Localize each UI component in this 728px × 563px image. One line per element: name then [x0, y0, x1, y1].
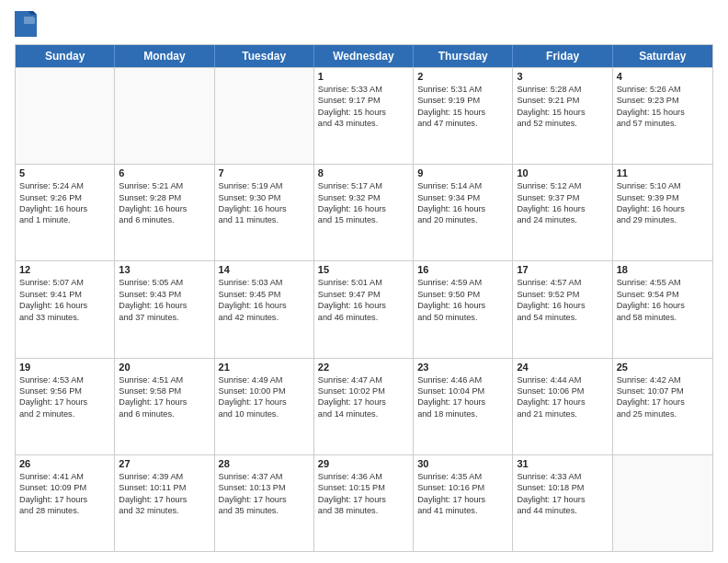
day-number: 1: [318, 71, 409, 82]
day-number: 31: [517, 458, 608, 469]
day-number: 12: [19, 264, 110, 275]
daylight-text2: and 6 minutes.: [119, 214, 210, 225]
sunrise-text: Sunrise: 5:19 AM: [219, 180, 310, 191]
sunrise-text: Sunrise: 5:03 AM: [219, 277, 310, 288]
cal-cell: 20Sunrise: 4:51 AMSunset: 9:58 PMDayligh…: [115, 359, 214, 454]
daylight-text: Daylight: 15 hours: [318, 107, 409, 118]
cal-cell: 25Sunrise: 4:42 AMSunset: 10:07 PMDaylig…: [613, 359, 712, 454]
cal-row-1: 5Sunrise: 5:24 AMSunset: 9:26 PMDaylight…: [16, 164, 712, 260]
daylight-text: Daylight: 16 hours: [219, 300, 310, 311]
sunrise-text: Sunrise: 5:26 AM: [617, 84, 709, 95]
day-number: 17: [517, 264, 608, 275]
sunset-text: Sunset: 10:04 PM: [417, 385, 508, 396]
daylight-text: Daylight: 15 hours: [417, 107, 508, 118]
daylight-text2: and 47 minutes.: [417, 118, 508, 129]
daylight-text: Daylight: 16 hours: [417, 300, 508, 311]
daylight-text2: and 15 minutes.: [318, 214, 409, 225]
sunrise-text: Sunrise: 4:36 AM: [318, 471, 409, 482]
daylight-text2: and 41 minutes.: [417, 505, 508, 516]
cal-cell: [613, 455, 712, 551]
daylight-text2: and 14 minutes.: [318, 408, 409, 419]
daylight-text: Daylight: 16 hours: [517, 300, 608, 311]
cal-cell: 14Sunrise: 5:03 AMSunset: 9:45 PMDayligh…: [215, 261, 314, 357]
daylight-text2: and 44 minutes.: [517, 505, 608, 516]
daylight-text2: and 58 minutes.: [617, 312, 709, 323]
sunset-text: Sunset: 10:02 PM: [318, 385, 409, 396]
sunrise-text: Sunrise: 4:41 AM: [19, 471, 110, 482]
day-number: 21: [219, 362, 310, 373]
daylight-text2: and 28 minutes.: [19, 505, 110, 516]
cal-header-monday: Monday: [115, 45, 214, 67]
sunset-text: Sunset: 9:21 PM: [517, 95, 608, 106]
sunset-text: Sunset: 10:00 PM: [219, 385, 310, 396]
daylight-text: Daylight: 17 hours: [318, 396, 409, 408]
daylight-text: Daylight: 16 hours: [318, 300, 409, 311]
daylight-text2: and 33 minutes.: [19, 312, 110, 323]
day-number: 18: [617, 264, 709, 275]
daylight-text2: and 18 minutes.: [417, 408, 508, 419]
daylight-text: Daylight: 17 hours: [318, 494, 409, 505]
daylight-text2: and 46 minutes.: [318, 312, 409, 323]
cal-cell: 6Sunrise: 5:21 AMSunset: 9:28 PMDaylight…: [115, 165, 214, 260]
sunset-text: Sunset: 9:52 PM: [517, 289, 608, 300]
cal-cell: 11Sunrise: 5:10 AMSunset: 9:39 PMDayligh…: [613, 165, 712, 260]
cal-row-3: 19Sunrise: 4:53 AMSunset: 9:56 PMDayligh…: [16, 358, 712, 454]
cal-cell: 28Sunrise: 4:37 AMSunset: 10:13 PMDaylig…: [215, 455, 314, 551]
cal-cell: 5Sunrise: 5:24 AMSunset: 9:26 PMDaylight…: [16, 165, 115, 260]
sunset-text: Sunset: 10:16 PM: [417, 482, 508, 493]
sunrise-text: Sunrise: 5:21 AM: [119, 180, 210, 191]
daylight-text: Daylight: 16 hours: [617, 300, 709, 311]
cal-cell: 8Sunrise: 5:17 AMSunset: 9:32 PMDaylight…: [314, 165, 414, 260]
sunrise-text: Sunrise: 4:44 AM: [517, 374, 608, 385]
daylight-text: Daylight: 17 hours: [19, 494, 110, 505]
cal-cell: 19Sunrise: 4:53 AMSunset: 9:56 PMDayligh…: [16, 359, 115, 454]
daylight-text2: and 2 minutes.: [19, 408, 110, 419]
daylight-text2: and 6 minutes.: [119, 408, 210, 419]
calendar: SundayMondayTuesdayWednesdayThursdayFrid…: [15, 44, 713, 552]
sunset-text: Sunset: 9:17 PM: [318, 95, 409, 106]
cal-cell: 10Sunrise: 5:12 AMSunset: 9:37 PMDayligh…: [513, 165, 612, 260]
day-number: 11: [617, 167, 709, 178]
sunset-text: Sunset: 9:34 PM: [417, 192, 508, 203]
logo-icon: [15, 11, 37, 37]
day-number: 9: [417, 167, 508, 178]
cal-row-0: 1Sunrise: 5:33 AMSunset: 9:17 PMDaylight…: [16, 67, 712, 164]
cal-cell: 4Sunrise: 5:26 AMSunset: 9:23 PMDaylight…: [613, 68, 712, 164]
daylight-text2: and 35 minutes.: [219, 505, 310, 516]
cal-cell: 18Sunrise: 4:55 AMSunset: 9:54 PMDayligh…: [613, 261, 712, 357]
day-number: 15: [318, 264, 409, 275]
day-number: 7: [219, 167, 310, 178]
sunrise-text: Sunrise: 4:51 AM: [119, 374, 210, 385]
cal-cell: 9Sunrise: 5:14 AMSunset: 9:34 PMDaylight…: [414, 165, 513, 260]
sunset-text: Sunset: 9:28 PM: [119, 192, 210, 203]
day-number: 25: [617, 362, 709, 373]
sunset-text: Sunset: 9:54 PM: [617, 289, 709, 300]
svg-marker-2: [24, 17, 35, 24]
sunrise-text: Sunrise: 4:42 AM: [617, 374, 709, 385]
sunset-text: Sunset: 9:39 PM: [617, 192, 709, 203]
cal-cell: 13Sunrise: 5:05 AMSunset: 9:43 PMDayligh…: [115, 261, 214, 357]
daylight-text2: and 10 minutes.: [219, 408, 310, 419]
sunrise-text: Sunrise: 5:05 AM: [119, 277, 210, 288]
daylight-text: Daylight: 16 hours: [19, 203, 110, 214]
daylight-text2: and 37 minutes.: [119, 312, 210, 323]
daylight-text2: and 24 minutes.: [517, 214, 608, 225]
sunrise-text: Sunrise: 4:46 AM: [417, 374, 508, 385]
calendar-header-row: SundayMondayTuesdayWednesdayThursdayFrid…: [16, 45, 712, 67]
sunset-text: Sunset: 10:06 PM: [517, 385, 608, 396]
sunrise-text: Sunrise: 5:33 AM: [318, 84, 409, 95]
sunrise-text: Sunrise: 5:12 AM: [517, 180, 608, 191]
cal-header-wednesday: Wednesday: [314, 45, 414, 67]
day-number: 5: [19, 167, 110, 178]
sunrise-text: Sunrise: 4:47 AM: [318, 374, 409, 385]
day-number: 26: [19, 458, 110, 469]
cal-cell: [16, 68, 115, 164]
cal-cell: 24Sunrise: 4:44 AMSunset: 10:06 PMDaylig…: [513, 359, 612, 454]
daylight-text: Daylight: 16 hours: [119, 300, 210, 311]
sunrise-text: Sunrise: 4:55 AM: [617, 277, 709, 288]
sunrise-text: Sunrise: 5:31 AM: [417, 84, 508, 95]
sunrise-text: Sunrise: 4:57 AM: [517, 277, 608, 288]
cal-cell: 30Sunrise: 4:35 AMSunset: 10:16 PMDaylig…: [414, 455, 513, 551]
day-number: 27: [119, 458, 210, 469]
daylight-text: Daylight: 16 hours: [119, 203, 210, 214]
